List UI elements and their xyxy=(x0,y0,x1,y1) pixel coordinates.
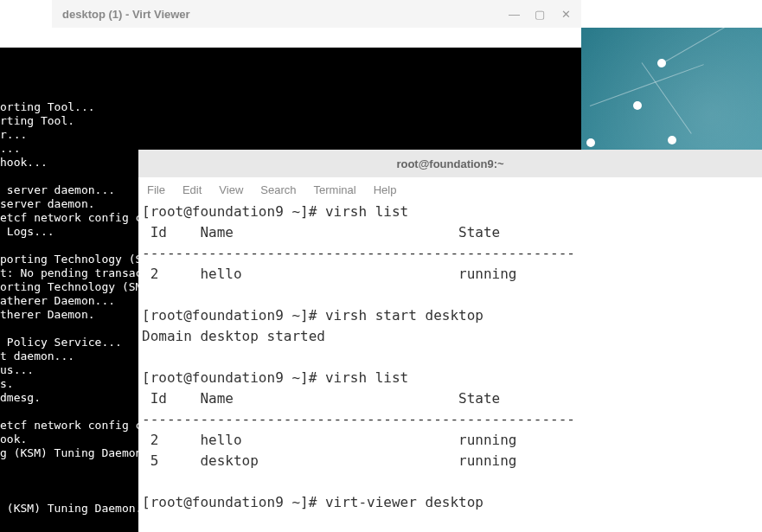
virt-viewer-titlebar[interactable]: desktop (1) - Virt Viewer — ▢ ✕ xyxy=(52,0,581,28)
virt-viewer-title: desktop (1) - Virt Viewer xyxy=(62,8,190,21)
menu-search[interactable]: Search xyxy=(260,183,296,196)
terminal-titlebar[interactable]: root@foundation9:~ xyxy=(138,150,762,177)
menu-terminal[interactable]: Terminal xyxy=(314,183,356,196)
close-button[interactable]: ✕ xyxy=(560,8,571,21)
menu-file[interactable]: File xyxy=(147,183,165,196)
terminal-body[interactable]: [root@foundation9 ~]# virsh list Id Name… xyxy=(138,202,762,532)
menu-view[interactable]: View xyxy=(219,183,243,196)
terminal-title: root@foundation9:~ xyxy=(396,157,503,170)
menu-edit[interactable]: Edit xyxy=(182,183,202,196)
maximize-button[interactable]: ▢ xyxy=(535,8,545,21)
minimize-button[interactable]: — xyxy=(509,8,519,21)
terminal-window[interactable]: root@foundation9:~ File Edit View Search… xyxy=(138,150,762,532)
terminal-output: [root@foundation9 ~]# virsh list Id Name… xyxy=(142,203,575,510)
menu-help[interactable]: Help xyxy=(374,183,397,196)
terminal-menubar: File Edit View Search Terminal Help xyxy=(138,177,762,202)
